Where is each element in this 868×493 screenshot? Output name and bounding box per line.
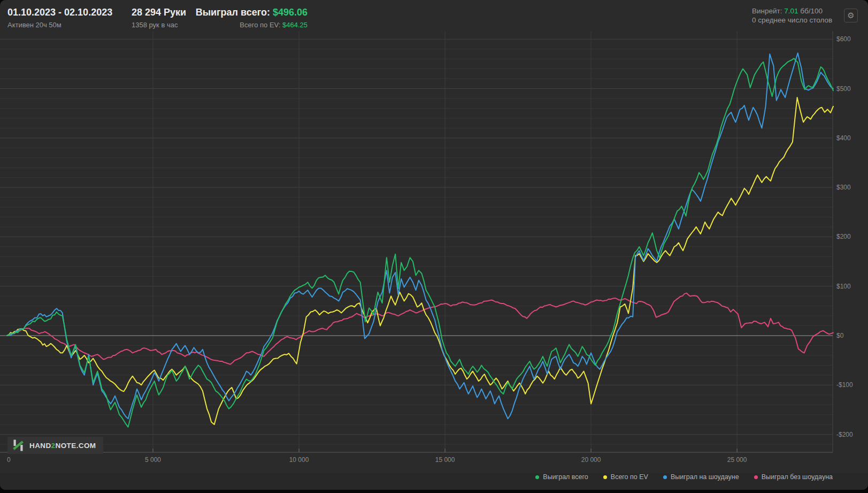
avg-tables: 0 среднее число столов bbox=[752, 16, 832, 25]
svg-text:$500: $500 bbox=[836, 85, 851, 93]
series-line-1 bbox=[7, 97, 833, 424]
graph-svg[interactable]: $600$500$400$300$200$100$0-$100-$20005 0… bbox=[0, 0, 868, 490]
legend-item-3[interactable]: Выиграл без шоудауна bbox=[754, 473, 833, 481]
legend-item-1[interactable]: Всего по EV bbox=[603, 473, 648, 481]
stats-header: 01.10.2023 - 02.10.2023 Активен 20ч 50м … bbox=[0, 0, 868, 31]
winrate-units: бб/100 bbox=[798, 7, 823, 15]
svg-text:$600: $600 bbox=[836, 35, 851, 43]
legend-label: Выиграл всего bbox=[543, 473, 588, 481]
svg-text:25 000: 25 000 bbox=[727, 456, 747, 464]
gear-icon: ⚙ bbox=[847, 11, 854, 20]
series-line-3 bbox=[7, 293, 833, 365]
legend-dot-icon bbox=[663, 475, 667, 479]
svg-text:10 000: 10 000 bbox=[289, 456, 309, 464]
series-line-2 bbox=[7, 53, 833, 419]
logo-text-mid: 2 bbox=[51, 442, 56, 450]
legend-label: Всего по EV bbox=[611, 473, 648, 481]
svg-text:5 000: 5 000 bbox=[145, 456, 161, 464]
ev-total-label: Всего по EV: bbox=[240, 21, 282, 29]
svg-text:20 000: 20 000 bbox=[581, 456, 601, 464]
legend-item-0[interactable]: Выиграл всего bbox=[535, 473, 588, 481]
winrate-line: Винрейт: 7.01 бб/100 bbox=[752, 6, 832, 16]
winrate-block: Винрейт: 7.01 бб/100 0 среднее число сто… bbox=[752, 6, 832, 25]
ev-total-line: Всего по EV: $464.25 bbox=[0, 21, 308, 29]
legend-dot-icon bbox=[535, 475, 539, 479]
winnings-block: Выиграл всего: $496.06 Всего по EV: $464… bbox=[0, 7, 308, 29]
logo-text-pre: HAND bbox=[29, 442, 51, 450]
series-line-0 bbox=[7, 58, 833, 427]
won-total-value: $496.06 bbox=[273, 7, 308, 18]
hand2note-logo-icon bbox=[12, 439, 25, 452]
svg-text:$0: $0 bbox=[836, 332, 844, 339]
won-total-label: Выиграл всего: bbox=[196, 7, 273, 18]
svg-text:-$200: -$200 bbox=[836, 431, 853, 438]
svg-text:$200: $200 bbox=[836, 233, 851, 240]
chart-legend: Выиграл всегоВсего по EVВыиграл на шоуда… bbox=[535, 473, 833, 481]
legend-label: Выиграл без шоудауна bbox=[762, 473, 833, 481]
winrate-label: Винрейт: bbox=[752, 7, 784, 15]
won-total-line: Выиграл всего: $496.06 bbox=[0, 7, 308, 18]
settings-button[interactable]: ⚙ bbox=[844, 9, 858, 22]
svg-text:$400: $400 bbox=[836, 134, 851, 142]
legend-dot-icon bbox=[603, 475, 607, 479]
svg-text:$100: $100 bbox=[836, 283, 851, 290]
svg-text:0: 0 bbox=[7, 456, 11, 464]
svg-text:15 000: 15 000 bbox=[435, 456, 455, 464]
legend-dot-icon bbox=[754, 475, 758, 479]
winrate-value: 7.01 bbox=[784, 7, 798, 15]
svg-text:-$100: -$100 bbox=[836, 381, 853, 389]
logo-text-post: NOTE.COM bbox=[56, 442, 96, 450]
winnings-graph[interactable]: $600$500$400$300$200$100$0-$100-$20005 0… bbox=[0, 0, 868, 490]
svg-text:$300: $300 bbox=[836, 184, 851, 191]
legend-label: Выиграл на шоудауне bbox=[671, 473, 739, 481]
app-window: $600$500$400$300$200$100$0-$100-$20005 0… bbox=[0, 0, 868, 490]
hand2note-logo-text: HAND2NOTE.COM bbox=[29, 442, 96, 450]
hand2note-watermark: HAND2NOTE.COM bbox=[7, 437, 103, 454]
ev-total-value: $464.25 bbox=[282, 21, 308, 29]
legend-item-2[interactable]: Выиграл на шоудауне bbox=[663, 473, 739, 481]
